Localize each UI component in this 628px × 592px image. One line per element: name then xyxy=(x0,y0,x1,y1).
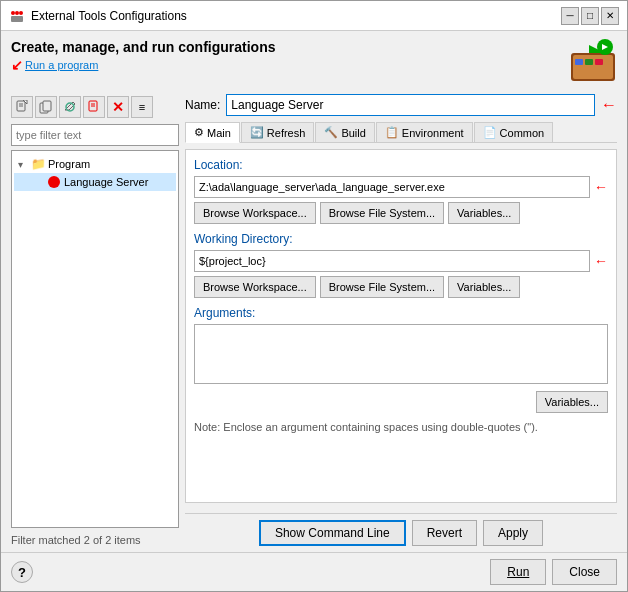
common-tab-icon: 📄 xyxy=(483,126,497,139)
filter-input[interactable] xyxy=(11,124,179,146)
bottom-buttons: Show Command Line Revert Apply xyxy=(185,513,617,548)
main-title: Create, manage, and run configurations xyxy=(11,39,276,55)
tab-common-label: Common xyxy=(500,127,545,139)
header-icon-area xyxy=(569,39,617,90)
location-arrow: ← xyxy=(594,179,608,195)
name-arrow: ← xyxy=(601,96,617,114)
header-left: Create, manage, and run configurations ↙… xyxy=(11,39,276,73)
tab-environment[interactable]: 📋 Environment xyxy=(376,122,473,142)
workdir-browse-filesystem-button[interactable]: Browse File System... xyxy=(320,276,444,298)
location-browse-filesystem-button[interactable]: Browse File System... xyxy=(320,202,444,224)
location-variables-button[interactable]: Variables... xyxy=(448,202,520,224)
filter-status: Filter matched 2 of 2 items xyxy=(11,532,179,548)
svg-rect-17 xyxy=(43,101,51,111)
tab-main-label: Main xyxy=(207,127,231,139)
svg-point-3 xyxy=(19,11,23,15)
tree-area: ▾ 📁 Program Language Server xyxy=(11,150,179,528)
title-bar: External Tools Configurations ─ □ ✕ xyxy=(1,1,627,31)
tree-item-program[interactable]: ▾ 📁 Program xyxy=(14,155,176,173)
edit-config-button[interactable] xyxy=(59,96,81,118)
run-button-label: Run xyxy=(507,565,529,579)
remove-button[interactable]: ✕ xyxy=(107,96,129,118)
window-title: External Tools Configurations xyxy=(31,9,187,23)
arguments-textarea[interactable] xyxy=(194,324,608,384)
tab-build[interactable]: 🔨 Build xyxy=(315,122,374,142)
footer-right: Run Close xyxy=(490,559,617,585)
working-dir-arrow: ← xyxy=(594,253,608,269)
maximize-button[interactable]: □ xyxy=(581,7,599,25)
run-program-row: ↙ Run a program xyxy=(11,57,276,73)
svg-rect-8 xyxy=(595,59,603,65)
left-panel: ✕ ≡ ▾ 📁 Program Language Server xyxy=(11,94,179,548)
svg-point-18 xyxy=(66,103,74,111)
expand-icon: ▾ xyxy=(18,159,28,170)
workdir-variables-button[interactable]: Variables... xyxy=(448,276,520,298)
tree-item-label: Program xyxy=(48,158,90,170)
location-group: Location: ← Browse Workspace... Browse F… xyxy=(194,158,608,224)
svg-rect-5 xyxy=(573,55,613,79)
svg-point-2 xyxy=(15,11,19,15)
right-panel: Name: ← ⚙ Main 🔄 Refresh 🔨 xyxy=(185,94,617,548)
footer: ? Run Close xyxy=(1,552,627,591)
copy-config-button[interactable] xyxy=(35,96,57,118)
location-input[interactable] xyxy=(194,176,590,198)
location-label: Location: xyxy=(194,158,608,172)
run-program-link[interactable]: Run a program xyxy=(25,59,98,71)
new-config-button[interactable] xyxy=(11,96,33,118)
window-icon xyxy=(9,8,25,24)
location-browse-workspace-button[interactable]: Browse Workspace... xyxy=(194,202,316,224)
header-area: Create, manage, and run configurations ↙… xyxy=(11,39,617,90)
tab-refresh-label: Refresh xyxy=(267,127,306,139)
svg-point-1 xyxy=(11,11,15,15)
help-button[interactable]: ? xyxy=(11,561,33,583)
run-arrow: ↙ xyxy=(11,57,23,73)
close-button[interactable]: ✕ xyxy=(601,7,619,25)
tabs: ⚙ Main 🔄 Refresh 🔨 Build 📋 Environment xyxy=(185,122,617,143)
working-dir-label: Working Directory: xyxy=(194,232,608,246)
name-label: Name: xyxy=(185,98,220,112)
config-area: Location: ← Browse Workspace... Browse F… xyxy=(185,149,617,503)
folder-icon: 📁 xyxy=(31,157,45,171)
working-dir-buttons: Browse Workspace... Browse File System..… xyxy=(194,276,608,298)
arguments-variables-button[interactable]: Variables... xyxy=(536,391,608,413)
env-tab-icon: 📋 xyxy=(385,126,399,139)
arguments-label: Arguments: xyxy=(194,306,608,320)
tree-item-language-server[interactable]: Language Server xyxy=(14,173,176,191)
body-area: ✕ ≡ ▾ 📁 Program Language Server xyxy=(11,94,617,548)
apply-button[interactable]: Apply xyxy=(483,520,543,546)
main-window: External Tools Configurations ─ □ ✕ Crea… xyxy=(0,0,628,592)
delete-config-button[interactable] xyxy=(83,96,105,118)
tab-refresh[interactable]: 🔄 Refresh xyxy=(241,122,315,142)
svg-rect-6 xyxy=(575,59,583,65)
name-row: Name: ← xyxy=(185,94,617,116)
svg-rect-7 xyxy=(585,59,593,65)
tab-environment-label: Environment xyxy=(402,127,464,139)
show-command-line-button[interactable]: Show Command Line xyxy=(259,520,406,546)
window-controls: ─ □ ✕ xyxy=(561,7,619,25)
main-tab-icon: ⚙ xyxy=(194,126,204,139)
minimize-button[interactable]: ─ xyxy=(561,7,579,25)
collapse-button[interactable]: ≡ xyxy=(131,96,153,118)
tab-main[interactable]: ⚙ Main xyxy=(185,122,240,143)
location-buttons: Browse Workspace... Browse File System..… xyxy=(194,202,608,224)
build-tab-icon: 🔨 xyxy=(324,126,338,139)
tab-build-label: Build xyxy=(341,127,365,139)
title-bar-left: External Tools Configurations xyxy=(9,8,187,24)
close-window-button[interactable]: Close xyxy=(552,559,617,585)
name-input[interactable] xyxy=(226,94,595,116)
workdir-browse-workspace-button[interactable]: Browse Workspace... xyxy=(194,276,316,298)
working-dir-group: Working Directory: ← Browse Workspace...… xyxy=(194,232,608,298)
tree-child-label: Language Server xyxy=(64,176,148,188)
run-button[interactable]: Run xyxy=(490,559,546,585)
refresh-tab-icon: 🔄 xyxy=(250,126,264,139)
args-vars-row: Variables... xyxy=(194,391,608,413)
note-text: Note: Enclose an argument containing spa… xyxy=(194,421,608,433)
tab-common[interactable]: 📄 Common xyxy=(474,122,554,142)
window-content: Create, manage, and run configurations ↙… xyxy=(1,31,627,552)
item-icon xyxy=(47,175,61,189)
working-dir-input[interactable] xyxy=(194,250,590,272)
revert-button[interactable]: Revert xyxy=(412,520,477,546)
left-toolbar: ✕ ≡ xyxy=(11,94,179,120)
svg-rect-0 xyxy=(11,16,23,22)
arguments-group: Arguments: Variables... xyxy=(194,306,608,413)
